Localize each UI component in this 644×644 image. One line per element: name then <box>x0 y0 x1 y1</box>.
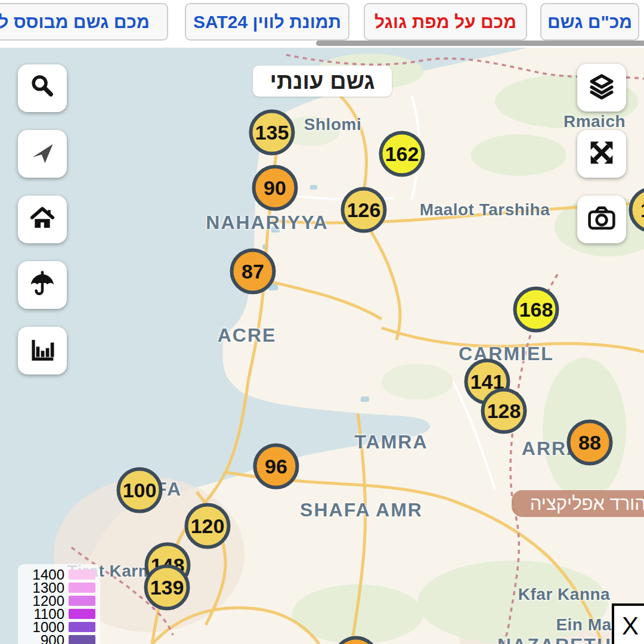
tab-rain-radar-based[interactable]: מכם גשם מבוסס ל <box>0 3 168 41</box>
rain-marker[interactable]: 126 <box>341 187 387 233</box>
city-label-acre: ACRE <box>218 324 277 346</box>
rain-marker[interactable]: 96 <box>253 444 299 490</box>
rain-marker-value: 168 <box>519 298 553 321</box>
city-label-nahariyya: NAHARIYYA <box>206 212 328 234</box>
tab-radar-google-map[interactable]: מכם על מפת גוגל <box>364 3 527 41</box>
search-icon <box>29 74 55 103</box>
rain-marker[interactable]: 120 <box>185 503 231 549</box>
rain-marker-value: 100 <box>123 479 157 502</box>
rain-marker[interactable]: 88 <box>567 420 613 466</box>
tab-rain-radar[interactable]: מכ"ם גשם <box>540 3 639 41</box>
bar-chart-icon <box>29 336 56 366</box>
city-label-nazareth: NAZARETH <box>497 634 612 644</box>
layers-button[interactable] <box>577 64 626 112</box>
legend-swatch <box>69 596 95 606</box>
rain-layer-button[interactable] <box>18 261 67 309</box>
expand-arrows-icon <box>588 139 615 169</box>
rain-marker[interactable]: 87 <box>230 249 276 295</box>
legend-swatch <box>69 622 95 632</box>
rain-marker-value: 162 <box>385 143 419 166</box>
rain-marker-value: 126 <box>347 199 381 222</box>
rainfall-legend: 1400 1300 1200 1100 1000 900 <box>18 564 100 644</box>
map-title: גשם עונתי <box>253 66 392 97</box>
legend-value: 1000 <box>33 622 64 632</box>
rain-marker[interactable]: 162 <box>379 131 425 177</box>
city-label-tamra: TAMRA <box>354 431 428 453</box>
city-label-maalot-tarshiha: Maalot Tarshiha <box>420 200 550 219</box>
tab-bar-scrollbar[interactable] <box>316 41 644 46</box>
rain-marker[interactable]: 135 <box>249 110 295 156</box>
legend-row: 900 <box>21 635 95 644</box>
rain-marker-value: 135 <box>255 121 289 144</box>
screenshot-button[interactable] <box>577 196 626 243</box>
city-label-rmaich: Rmaich <box>564 112 626 131</box>
city-label-carmiel: CARMIEL <box>459 343 554 365</box>
rain-marker-value: 120 <box>191 515 225 538</box>
rain-marker[interactable]: 128 <box>481 388 527 434</box>
camera-icon <box>587 204 616 235</box>
layers-icon <box>587 72 616 103</box>
city-label-kfar-kanna: Kfar Kanna <box>518 585 610 604</box>
city-label-shlomi: Shlomi <box>304 115 361 134</box>
legend-swatch <box>69 569 95 580</box>
rain-marker-value: 90 <box>264 177 286 200</box>
close-button[interactable]: X <box>612 603 644 644</box>
fullscreen-button[interactable] <box>577 130 626 178</box>
legend-swatch <box>69 609 95 619</box>
download-app-banner[interactable]: הורד אפליקציה <box>512 490 644 517</box>
legend-row: 1400 <box>21 569 95 580</box>
rain-marker[interactable]: 139 <box>144 565 190 611</box>
legend-row: 1000 <box>21 622 95 632</box>
tab-satellite-sat24[interactable]: תמונת לווין SAT24 <box>185 3 349 41</box>
legend-row: 1100 <box>21 609 95 619</box>
rain-marker-value: 128 <box>487 400 521 423</box>
rain-marker-value: 88 <box>578 431 601 454</box>
legend-value: 900 <box>41 635 64 644</box>
legend-value: 1100 <box>33 609 64 619</box>
legend-row: 1200 <box>21 596 95 606</box>
legend-swatch <box>69 583 95 593</box>
legend-value: 1200 <box>33 596 64 606</box>
locate-button[interactable] <box>18 130 67 178</box>
app-window: Shlomi Maalot Tarshiha Rmaich NAHARIYYA … <box>0 0 644 644</box>
legend-value: 1300 <box>33 583 64 593</box>
city-label-shafa-amr: SHAFA AMR <box>300 499 423 521</box>
rain-marker-value: 139 <box>150 576 184 599</box>
rain-marker-value: 87 <box>242 260 264 283</box>
legend-row: 1300 <box>21 583 95 593</box>
umbrella-icon <box>29 270 56 300</box>
legend-swatch <box>69 635 95 644</box>
home-button[interactable] <box>18 196 67 243</box>
rain-marker-value: 96 <box>265 455 287 478</box>
rain-marker[interactable]: 90 <box>252 165 298 211</box>
rain-marker[interactable]: 168 <box>513 287 559 333</box>
rain-marker[interactable]: 100 <box>117 467 163 513</box>
legend-value: 1400 <box>33 569 64 580</box>
search-button[interactable] <box>18 64 67 112</box>
rain-marker-value: 13 <box>640 199 644 222</box>
home-icon <box>29 205 56 234</box>
navigation-arrow-icon <box>29 140 55 168</box>
statistics-button[interactable] <box>18 327 67 374</box>
